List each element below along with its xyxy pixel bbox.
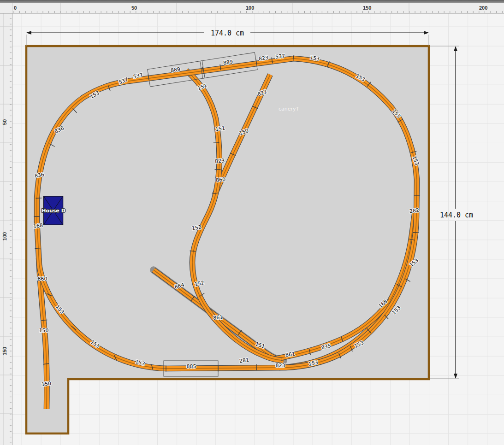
house-d[interactable]: House D bbox=[42, 196, 65, 225]
track-piece-label: 823 bbox=[258, 55, 268, 62]
ruler-unit-label: 100 bbox=[2, 232, 7, 240]
track-piece-label: 823 bbox=[276, 363, 285, 369]
ruler-unit-label: 50 bbox=[2, 119, 7, 125]
ruler-unit-label: 50 bbox=[131, 5, 137, 11]
ruler-unit-label: 150 bbox=[363, 5, 371, 11]
track-piece-label: 860 bbox=[38, 276, 47, 282]
ruler-unit-label: 150 bbox=[2, 347, 7, 355]
ruler-unit-label: 100 bbox=[246, 5, 254, 11]
width-dimension-label: 174.0 cm bbox=[211, 29, 244, 37]
ruler-unit-label: 0 bbox=[14, 5, 17, 11]
vertical-ruler: 50100150 bbox=[0, 13, 12, 445]
app-window: House D 53753788988982353715315315315328… bbox=[0, 0, 504, 445]
layout-canvas[interactable]: House D 53753788988982353715315315315328… bbox=[0, 0, 504, 445]
track-piece-label: 150 bbox=[39, 328, 49, 334]
track-piece-label: 537 bbox=[275, 53, 285, 60]
house-label: House D bbox=[42, 208, 65, 214]
track-piece-label: 861 bbox=[213, 314, 223, 321]
horizontal-ruler: 050100150200 bbox=[0, 3, 504, 13]
track-piece-label: 860 bbox=[216, 176, 226, 183]
track-piece-label: 823 bbox=[215, 158, 225, 164]
height-dimension-label: 144.0 cm bbox=[440, 211, 473, 219]
window-edge-bar bbox=[0, 0, 504, 3]
track-piece-label: 885 bbox=[187, 363, 196, 369]
ruler-unit-label: 200 bbox=[479, 5, 487, 11]
watermark-text: caneryT bbox=[279, 106, 299, 112]
baseboard[interactable] bbox=[26, 46, 429, 433]
